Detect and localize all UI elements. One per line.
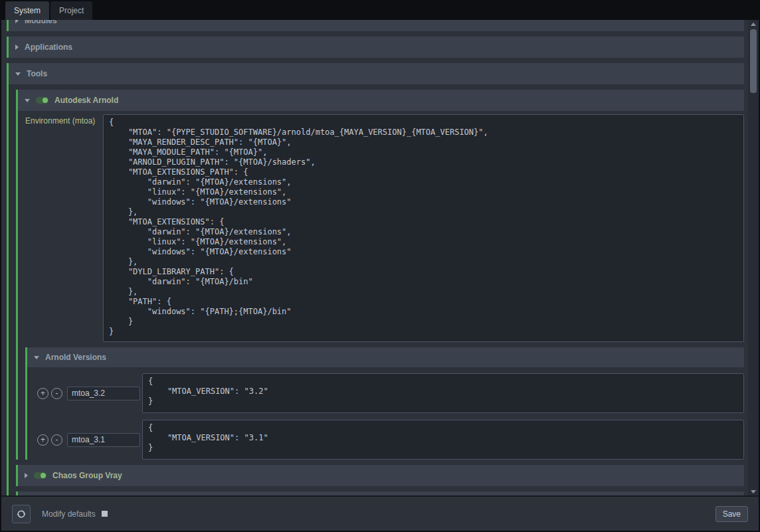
chevron-down-icon [34,356,39,359]
scrollbar-up-arrow-icon[interactable] [748,20,759,28]
section-modules: Modules [7,20,744,31]
tab-project[interactable]: Project [50,1,92,20]
version-row-mtoa-3-1: + - { "MTOA_VERSION": "3.1" } [37,420,744,460]
environment-label: Environment (mtoa) [25,114,103,126]
version-name-input[interactable] [67,433,140,447]
section-tools: Tools Autodesk Arnold Envir [7,63,744,495]
version-json-editor[interactable]: { "MTOA_VERSION": "3.1" } [142,420,744,460]
section-title-autodesk-arnold: Autodesk Arnold [54,96,118,105]
version-json-editor[interactable]: { "MTOA_VERSION": "3.2" } [142,373,744,413]
environment-field-row: Environment (mtoa) { "MTOA": "{PYPE_STUD… [25,114,744,342]
section-title-modules: Modules [25,20,57,25]
version-row-mtoa-3-2: + - { "MTOA_VERSION": "3.2" } [37,373,744,413]
save-button[interactable]: Save [715,506,748,522]
remove-version-button[interactable]: - [51,434,62,446]
remove-version-button[interactable]: - [51,388,62,399]
arnold-enabled-toggle[interactable] [36,97,48,104]
vertical-scrollbar[interactable] [748,20,759,495]
section-header-applications[interactable]: Applications [9,37,744,58]
section-title-applications: Applications [25,43,72,52]
section-clipped [16,491,744,495]
settings-window: System Project Modules Applications [0,0,760,532]
scrollbar-down-arrow-icon[interactable] [748,488,759,495]
section-title-arnold-versions: Arnold Versions [45,353,106,362]
section-header-modules[interactable]: Modules [9,20,744,31]
chevron-right-icon [15,20,19,23]
section-arnold-versions: Arnold Versions + - { "MTOA_VERSION": "3… [25,347,744,460]
tab-bar: System Project [1,0,759,20]
chevron-right-icon [15,44,19,50]
section-header-arnold-versions[interactable]: Arnold Versions [27,347,744,367]
arnold-versions-body: + - { "MTOA_VERSION": "3.2" } + - [27,373,744,460]
section-title-tools: Tools [27,69,47,78]
section-chaos-group-vray: Chaos Group Vray [16,465,744,486]
environment-json-editor[interactable]: { "MTOA": "{PYPE_STUDIO_SOFTWARE}/arnold… [103,114,744,342]
section-header-clipped[interactable] [18,491,744,495]
modify-defaults-checkbox[interactable] [102,511,108,517]
refresh-icon [16,509,27,519]
section-header-tools[interactable]: Tools [9,63,744,84]
add-version-button[interactable]: + [37,388,48,399]
section-autodesk-arnold: Autodesk Arnold Environment (mtoa) { "MT… [16,90,744,460]
scrollbar-thumb[interactable] [750,29,757,93]
section-applications: Applications [7,37,744,58]
chevron-right-icon [25,473,28,478]
add-version-button[interactable]: + [37,434,48,446]
chevron-down-icon [15,72,21,76]
chevron-down-icon [25,99,30,102]
footer-bar: Modify defaults Save [1,495,759,531]
tools-body: Autodesk Arnold Environment (mtoa) { "MT… [9,84,744,495]
modify-defaults-label: Modify defaults [42,509,96,519]
settings-scroll-area: Modules Applications Tools [1,20,748,495]
settings-main: Modules Applications Tools [1,20,759,495]
arnold-body: Environment (mtoa) { "MTOA": "{PYPE_STUD… [18,111,744,460]
vray-enabled-toggle[interactable] [34,472,47,479]
refresh-button[interactable] [12,505,31,523]
section-title-chaos-group-vray: Chaos Group Vray [52,471,122,480]
section-header-autodesk-arnold[interactable]: Autodesk Arnold [18,90,744,111]
section-header-chaos-group-vray[interactable]: Chaos Group Vray [18,465,744,486]
version-name-input[interactable] [67,387,140,400]
tab-system[interactable]: System [5,1,49,20]
